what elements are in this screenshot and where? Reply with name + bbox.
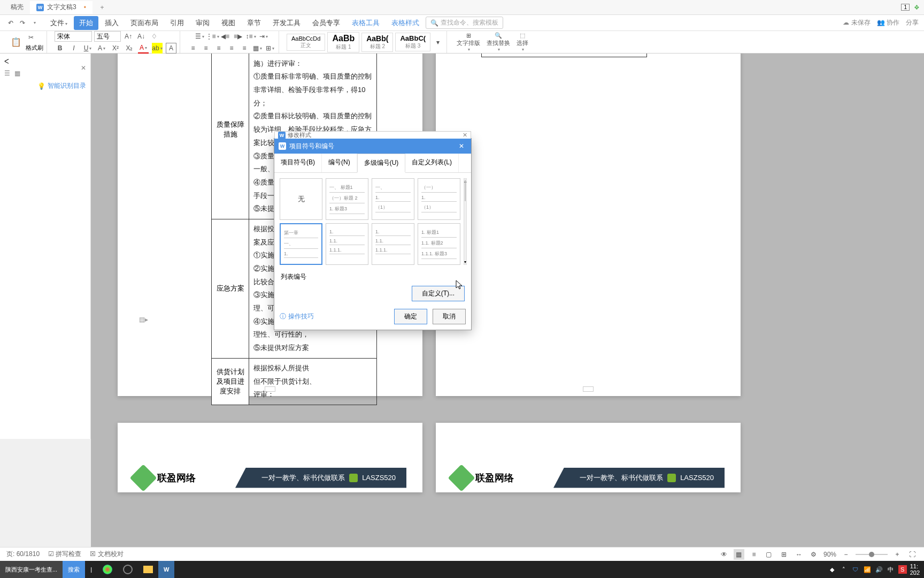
preview-option[interactable]: 1. 1.1. 1.1.1.	[372, 223, 414, 265]
highlight-icon[interactable]: ab	[152, 43, 163, 54]
close-icon[interactable]: ✕	[463, 132, 467, 139]
bullets-icon[interactable]: ☰	[194, 31, 205, 42]
sidebar-close-icon[interactable]: ✕	[81, 64, 86, 72]
share-button[interactable]: 分享	[906, 18, 919, 27]
find-replace-button[interactable]: 🔍查找替换	[484, 32, 512, 53]
char-border-icon[interactable]: A	[166, 43, 176, 54]
table-cell-content[interactable]: 根据投标人所提供 但不限于供货计划、 评审：	[249, 358, 377, 405]
preview-option-selected[interactable]: 第一章 一、 1.	[280, 223, 322, 265]
align-justify-icon[interactable]: ≡	[226, 43, 237, 54]
tray-sogou-icon[interactable]: S	[898, 565, 907, 574]
superscript-icon[interactable]: X²	[110, 43, 121, 54]
dialog-scrollbar[interactable]: ▴ ▾	[464, 178, 467, 265]
clear-format-icon[interactable]: ♢	[149, 31, 159, 42]
view-outline-icon[interactable]: ≡	[749, 549, 759, 560]
align-distribute-icon[interactable]: ≡	[239, 43, 250, 54]
settings-icon[interactable]: ⚙	[808, 549, 819, 560]
tab-bullets[interactable]: 项目符号(B)	[274, 154, 322, 172]
font-color-icon[interactable]: A	[138, 43, 149, 54]
page-nav-icon[interactable]: ▤▸	[139, 316, 148, 323]
tray-notification-icon[interactable]: ◆	[828, 565, 836, 574]
tab-custom-list[interactable]: 自定义列表(L)	[405, 154, 459, 172]
tray-shield-icon[interactable]: 🛡	[851, 565, 860, 574]
menu-table-tools[interactable]: 表格工具	[346, 16, 385, 30]
view-web-icon[interactable]: ⊞	[779, 549, 789, 560]
dialog-close-icon[interactable]: ✕	[456, 141, 467, 151]
redo-icon[interactable]: ↷	[17, 18, 28, 28]
tray-clock[interactable]: 11:202	[910, 563, 920, 576]
border-icon[interactable]: ⊞	[265, 43, 275, 54]
font-size-select[interactable]	[94, 31, 121, 42]
preview-option[interactable]: （一） 1. （1）	[418, 178, 460, 220]
view-read-icon[interactable]: ▢	[764, 549, 774, 560]
table-cell-label[interactable]: 应急方案	[212, 219, 249, 358]
shrink-font-icon[interactable]: A↓	[136, 31, 147, 42]
spellcheck-toggle[interactable]: ☑ 拼写检查	[48, 550, 81, 559]
view-print-icon[interactable]: ▦	[734, 549, 744, 560]
tray-ime-icon[interactable]: 中	[887, 565, 895, 574]
unsaved-indicator[interactable]: ☁ 未保存	[843, 18, 870, 27]
outline-view-icon[interactable]: ☰	[4, 70, 10, 77]
cut-icon[interactable]: ✂	[26, 32, 36, 43]
fit-width-icon[interactable]: ↔	[794, 549, 804, 560]
indent-left-icon[interactable]: ◀≡	[220, 31, 230, 42]
tips-link[interactable]: ⓘ 操作技巧	[280, 312, 314, 321]
zoom-in-icon[interactable]: +	[892, 549, 903, 560]
numbering-icon[interactable]: ⋮≡	[207, 31, 218, 42]
format-painter[interactable]: 格式刷	[26, 44, 43, 52]
menu-table-style[interactable]: 表格样式	[386, 16, 425, 30]
line-spacing-icon[interactable]: ↕≡	[245, 31, 256, 42]
tray-chevron-icon[interactable]: ˄	[840, 565, 848, 574]
preview-option[interactable]: 1. 1.1. 1.1.1.	[326, 223, 368, 265]
proofing-toggle[interactable]: ☒ 文档校对	[90, 550, 123, 559]
preview-none[interactable]: 无	[280, 178, 322, 220]
taskbar-explorer-icon[interactable]	[138, 561, 158, 578]
undo-icon[interactable]: ↶	[5, 18, 16, 28]
tab-document[interactable]: W 文字文稿3 •	[30, 1, 93, 14]
indent-right-icon[interactable]: ≡▶	[233, 31, 243, 42]
window-state-icon[interactable]: 1	[901, 4, 910, 11]
command-search[interactable]: 🔍 查找命令、搜索模板	[426, 17, 503, 29]
styles-more-icon[interactable]: ▾	[433, 37, 443, 48]
style-heading3[interactable]: AaBbC(标题 3	[395, 33, 430, 51]
style-normal[interactable]: AaBbCcDd正文	[287, 34, 325, 51]
page-indicator[interactable]: 页: 60/1810	[6, 550, 40, 559]
align-center-icon[interactable]: ≡	[201, 43, 211, 54]
strike-icon[interactable]: A	[96, 43, 107, 54]
subscript-icon[interactable]: X₂	[124, 43, 135, 54]
menu-review[interactable]: 审阅	[190, 16, 215, 30]
align-right-icon[interactable]: ≡	[213, 43, 224, 54]
fullscreen-icon[interactable]: ⛶	[907, 549, 918, 560]
taskbar-wps-icon[interactable]: W	[158, 561, 174, 578]
smart-toc-button[interactable]: 💡 智能识别目录	[37, 81, 86, 90]
scrollbar-thumb[interactable]	[465, 180, 466, 201]
bold-icon[interactable]: B	[55, 43, 65, 54]
ok-button[interactable]: 确定	[394, 309, 427, 324]
thumbnail-view-icon[interactable]: ▦	[14, 70, 20, 77]
paste-button[interactable]: 📋	[9, 32, 24, 53]
zoom-slider[interactable]	[856, 554, 888, 555]
table-cell-label[interactable]: 质量保障措施	[212, 54, 249, 219]
align-left-icon[interactable]: ≡	[188, 43, 198, 54]
menu-insert[interactable]: 插入	[99, 16, 124, 30]
taskbar-app[interactable]: 陕西安康一考生查...	[0, 561, 63, 578]
italic-icon[interactable]: I	[68, 43, 79, 54]
tab-docshell[interactable]: 稿壳	[4, 1, 30, 14]
tray-volume-icon[interactable]: 🔊	[875, 565, 883, 574]
font-name-select[interactable]	[55, 31, 92, 42]
taskbar-obs-icon[interactable]	[118, 561, 138, 578]
menu-section[interactable]: 章节	[242, 16, 266, 30]
quick-access-menu[interactable]	[29, 18, 40, 28]
table-cell[interactable]: ⑤未提供对应方案不得分。	[482, 54, 647, 57]
select-button[interactable]: ⬚选择	[514, 32, 530, 53]
app-menu-icon[interactable]: ❖	[914, 4, 920, 11]
zoom-out-icon[interactable]: −	[841, 549, 851, 560]
preview-option[interactable]: 一、 1. （1）	[372, 178, 414, 220]
customize-button[interactable]: 自定义(T)...	[412, 286, 465, 301]
tab-add-button[interactable]: +	[97, 2, 107, 13]
menu-layout[interactable]: 页面布局	[125, 16, 164, 30]
zoom-level[interactable]: 90%	[823, 551, 836, 558]
menu-ref[interactable]: 引用	[165, 16, 189, 30]
eye-icon[interactable]: 👁	[719, 549, 729, 560]
grow-font-icon[interactable]: A↑	[123, 31, 134, 42]
